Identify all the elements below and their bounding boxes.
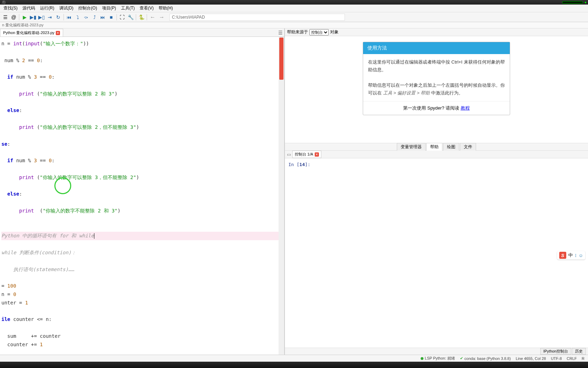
nav-forward-icon[interactable]: → [158, 14, 166, 20]
working-dir-input[interactable]: C:\Users\HIAPAD [169, 14, 345, 21]
at-icon[interactable]: @ [10, 13, 18, 21]
menu-console[interactable]: 控制台(O) [76, 5, 99, 12]
run-cell-icon[interactable]: ▶▮ [29, 13, 37, 21]
progress-indicator [562, 1, 583, 4]
close-icon[interactable]: ✕ [56, 31, 60, 35]
run-selection-icon[interactable]: ⇥ [46, 13, 54, 21]
menu-bar: 查找(S) 源代码 运行(R) 调试(D) 控制台(O) 项目(P) 工具(T)… [0, 5, 588, 12]
editor-pane: Python 量化编程基础-2023.py ✕ ☰ n = int(input(… [0, 28, 285, 355]
debug-step-icon[interactable]: ⏮ [65, 13, 73, 21]
tab-files[interactable]: 文件 [460, 143, 476, 151]
menu-run[interactable]: 运行(R) [38, 5, 56, 12]
debug-into-icon[interactable]: ⤵ [74, 13, 81, 21]
status-eol: CRLF [567, 356, 577, 361]
help-card-title: 使用方法 [363, 42, 510, 54]
help-p2: 帮助信息可以在一个对象之后加上一个左圆括号的时候自动显示。你可以在 工具 > 偏… [368, 81, 505, 97]
status-lsp: LSP Python: 就绪 [421, 356, 455, 361]
menu-project[interactable]: 项目(P) [100, 5, 118, 12]
current-line: Python 中的循环语句有 for 和 while [1, 232, 283, 240]
menu-tools[interactable]: 工具(T) [119, 5, 137, 12]
ime-mode: 中 [568, 252, 573, 258]
help-source-label: 帮助来源于 [287, 29, 308, 35]
tab-plots[interactable]: 绘图 [443, 143, 459, 151]
menu-help[interactable]: 帮助(H) [156, 5, 175, 12]
status-rw: R [582, 356, 584, 361]
title-text: .8) [1, 0, 6, 4]
editor-tab[interactable]: Python 量化编程基础-2023.py ✕ [0, 29, 63, 37]
nav-back-icon[interactable]: ← [148, 14, 157, 20]
help-source-select[interactable]: 控制台 [309, 29, 329, 35]
console-tabs: ▭ 控制台 1/A ✕ [285, 151, 588, 158]
outline-icon[interactable]: ☰ [1, 13, 9, 21]
tab-ipython[interactable]: IPython控制台 [540, 348, 571, 355]
help-tabs: 变量管理器 帮助 绘图 文件 [285, 143, 588, 151]
title-dot: ● [584, 0, 587, 4]
console[interactable]: In [14]: [285, 158, 588, 348]
code-editor[interactable]: n = int(input("输入一个数字：")) num % 2 == 0: … [0, 37, 284, 355]
help-panel: 使用方法 在这里你可以通过在编辑器或者终端中按 Ctrl+I 来获得任何对象的帮… [285, 36, 588, 143]
status-bar: LSP Python: 就绪 ✔conda: base (Python 3.8.… [0, 355, 588, 362]
debug-continue-icon[interactable]: ⏭ [99, 13, 107, 21]
toolbar: ☰ @ ▶ ▶▮ ▶▯ ⇥ ↻ ⏮ ⤵ ⤼ ⤴ ⏭ ■ ⛶ 🔧 🐍 ← → C:… [0, 12, 588, 22]
ime-comma-icon: ⁞ [575, 253, 576, 258]
title-bar: .8) ● [0, 0, 588, 5]
maximize-icon[interactable]: ⛶ [118, 13, 126, 21]
menu-view[interactable]: 查看(V) [138, 5, 156, 12]
pane-menu-icon[interactable]: ☰ [278, 30, 283, 35]
help-footer: 第一次使用 Spyder? 请阅读 教程 [363, 101, 510, 115]
status-position: Line 4655, Col 28 [516, 356, 546, 361]
debug-over-icon[interactable]: ⤼ [82, 13, 90, 21]
tab-label: Python 量化编程基础-2023.py [3, 30, 54, 35]
menu-source[interactable]: 源代码 [20, 5, 37, 12]
tab-history[interactable]: 历史 [572, 348, 586, 355]
tab-variable-explorer[interactable]: 变量管理器 [397, 143, 426, 151]
console-bottom-tabs: IPython控制台 历史 [285, 348, 588, 355]
breadcrumb: n 量化编程基础-2023.py [0, 22, 588, 28]
debug-stop-icon[interactable]: ■ [107, 13, 115, 21]
help-header: 帮助来源于 控制台 对象 [285, 28, 588, 36]
status-encoding: UTF-8 [551, 356, 562, 361]
ime-logo-icon: S [559, 252, 566, 259]
editor-scrollbar[interactable] [279, 37, 284, 355]
tutorial-link[interactable]: 教程 [461, 105, 470, 111]
console-tab[interactable]: 控制台 1/A ✕ [292, 151, 321, 158]
status-conda[interactable]: ✔conda: base (Python 3.8.8) [460, 356, 511, 361]
editor-tabs: Python 量化编程基础-2023.py ✕ ☰ [0, 28, 284, 37]
run-cell-advance-icon[interactable]: ▶▯ [38, 13, 45, 21]
close-icon[interactable]: ✕ [315, 152, 319, 157]
run-icon[interactable]: ▶ [21, 13, 28, 21]
ime-indicator[interactable]: S 中 ⁞ ☺ [557, 251, 585, 259]
python-icon[interactable]: 🐍 [138, 13, 145, 21]
help-object-label: 对象 [330, 29, 339, 35]
debug-out-icon[interactable]: ⤴ [91, 13, 98, 21]
ime-face-icon: ☺ [579, 253, 583, 258]
tab-help[interactable]: 帮助 [426, 143, 442, 151]
config-icon[interactable]: 🔧 [127, 13, 134, 21]
taskbar [0, 362, 588, 368]
rerun-icon[interactable]: ↻ [54, 13, 62, 21]
right-pane: 帮助来源于 控制台 对象 使用方法 在这里你可以通过在编辑器或者终端中按 Ctr… [285, 28, 588, 355]
menu-find[interactable]: 查找(S) [1, 5, 20, 12]
console-menu-icon[interactable]: ▭ [287, 152, 291, 157]
menu-debug[interactable]: 调试(D) [57, 5, 76, 12]
help-p1: 在这里你可以通过在编辑器或者终端中按 Ctrl+I 来获得任何对象的帮助信息。 [368, 58, 505, 74]
